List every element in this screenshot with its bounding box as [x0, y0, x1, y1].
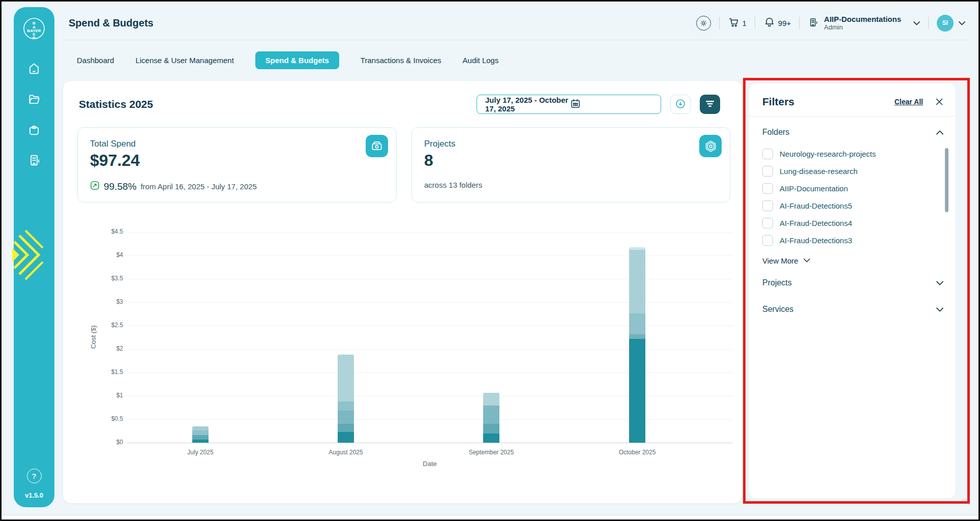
bar-segment-september-2025[interactable]	[483, 406, 499, 424]
filters-panel: Filters Clear All Folders Neurology-rese…	[749, 83, 956, 499]
bar-segment-july-2025[interactable]	[192, 435, 209, 439]
checkbox[interactable]	[762, 183, 773, 194]
org-selector[interactable]: AIIP-Documentations Admin	[808, 15, 920, 31]
bar-segment-september-2025[interactable]	[483, 424, 499, 433]
filter-item-label: Lung-disease-research	[780, 167, 857, 176]
bar-segment-july-2025[interactable]	[192, 430, 209, 435]
y-tick-label: $3	[78, 298, 123, 305]
gear-icon	[696, 16, 711, 31]
divider	[799, 17, 799, 29]
chevron-down-icon	[913, 19, 920, 27]
close-icon[interactable]	[934, 97, 944, 107]
filter-item-ai-fraud-detections3[interactable]: AI-Fraud-Detections3	[762, 231, 943, 249]
bar-segment-september-2025[interactable]	[483, 393, 499, 406]
divider	[719, 17, 720, 29]
building-icon[interactable]	[27, 154, 41, 167]
bar-segment-september-2025[interactable]	[483, 433, 499, 443]
chevron-decoration	[12, 226, 44, 283]
y-tick-label: $0.5	[78, 415, 123, 422]
page-title: Spend & Budgets	[69, 17, 696, 29]
x-tick-label: September 2025	[451, 449, 532, 456]
home-icon[interactable]	[27, 62, 41, 75]
header-divider	[62, 40, 968, 40]
sidebar: BAYER B A E R	[14, 7, 54, 507]
scrollbar-thumb[interactable]	[945, 148, 948, 212]
notifications-button[interactable]: 99+	[763, 16, 791, 30]
bar-segment-august-2025[interactable]	[338, 411, 354, 424]
bar-segment-october-2025[interactable]	[629, 334, 645, 338]
bar-segment-october-2025[interactable]	[629, 247, 645, 250]
notification-count: 99+	[778, 19, 791, 27]
checkbox[interactable]	[762, 218, 773, 228]
x-axis-line	[127, 443, 733, 443]
bayer-logo: BAYER B A E R	[22, 16, 46, 43]
bar-segment-august-2025[interactable]	[338, 424, 354, 432]
bar-segment-october-2025[interactable]	[629, 313, 645, 334]
cart-icon	[728, 16, 740, 30]
chevron-down-icon	[959, 19, 965, 27]
filter-item-ai-fraud-detections4[interactable]: AI-Fraud-Detections4	[762, 214, 943, 231]
folder-icon[interactable]	[27, 93, 41, 106]
tab-bar: DashboardLicense & User ManagementSpend …	[77, 49, 498, 71]
filters-section-folders[interactable]: Folders	[762, 125, 943, 140]
y-tick-label: $0	[78, 439, 123, 446]
chevron-down-icon	[936, 278, 943, 287]
filter-item-label: AI-Fraud-Detections5	[780, 201, 852, 210]
footer-strip	[2, 515, 978, 519]
tab-dashboard[interactable]: Dashboard	[77, 51, 114, 69]
sidebar-nav	[27, 62, 41, 167]
org-name: AIIP-Documentations	[824, 15, 901, 23]
help-icon[interactable]: ?	[27, 469, 42, 483]
cart-count: 1	[743, 19, 747, 27]
filter-item-label: Neurology-research-projects	[780, 150, 876, 158]
x-tick-label: October 2025	[597, 449, 678, 456]
avatar: SI	[937, 15, 954, 32]
filter-item-lung-disease-research[interactable]: Lung-disease-research	[762, 162, 943, 180]
bar-segment-october-2025[interactable]	[629, 250, 645, 313]
svg-text:A: A	[33, 25, 36, 30]
settings-button[interactable]	[696, 16, 711, 31]
tab-transactions-invoices[interactable]: Transactions & Invoices	[361, 51, 441, 69]
tab-license-user-management[interactable]: License & User Management	[135, 51, 233, 69]
checkbox[interactable]	[762, 200, 773, 211]
view-more-button[interactable]: View More	[762, 254, 943, 267]
filters-section-projects[interactable]: Projects	[762, 275, 943, 291]
org-role: Admin	[824, 23, 901, 31]
x-tick-label: July 2025	[160, 449, 241, 456]
y-tick-label: $4	[78, 251, 123, 258]
section-label: Projects	[762, 278, 936, 287]
filters-section-services[interactable]: Services	[762, 302, 943, 317]
checkbox[interactable]	[762, 149, 773, 159]
bar-segment-july-2025[interactable]	[192, 440, 209, 443]
filter-item-aiip-documentation[interactable]: AIIP-Documentation	[762, 180, 943, 197]
filter-item-label: AIIP-Documentation	[780, 184, 848, 193]
y-tick-label: $2.5	[78, 322, 123, 329]
bar-segment-october-2025[interactable]	[629, 339, 645, 443]
folder-checkbox-list: Neurology-research-projectsLung-disease-…	[762, 145, 943, 249]
bar-segment-august-2025[interactable]	[338, 432, 354, 443]
gridline	[127, 232, 733, 233]
svg-text:R: R	[33, 36, 36, 40]
filter-item-label: AI-Fraud-Detections4	[780, 219, 852, 227]
y-tick-label: $2	[78, 345, 123, 352]
org-building-icon	[808, 17, 819, 30]
app-window: BAYER B A E R	[0, 0, 980, 521]
bar-segment-august-2025[interactable]	[338, 355, 354, 401]
section-label: Services	[762, 305, 936, 314]
filter-item-ai-fraud-detections5[interactable]: AI-Fraud-Detections5	[762, 197, 943, 214]
app-version: v1.5.0	[25, 491, 43, 499]
checkbox[interactable]	[762, 166, 773, 177]
checkbox[interactable]	[762, 235, 773, 246]
tab-audit-logs[interactable]: Audit Logs	[463, 51, 499, 69]
x-axis-label: Date	[394, 460, 465, 468]
user-menu[interactable]: SI	[937, 15, 965, 32]
tab-spend-budgets[interactable]: Spend & Budgets	[255, 51, 339, 69]
filter-item-neurology-research-projects[interactable]: Neurology-research-projects	[762, 145, 943, 162]
spend-chart: Cost ($) Date $0$0.5$1$1.5$2$2.5$3$3.5$4…	[63, 81, 742, 503]
clear-all-button[interactable]: Clear All	[892, 97, 926, 106]
bag-icon[interactable]	[27, 123, 41, 136]
bar-segment-august-2025[interactable]	[338, 401, 354, 410]
bell-icon	[763, 16, 776, 30]
bar-segment-july-2025[interactable]	[192, 426, 209, 430]
cart-button[interactable]: 1	[728, 16, 747, 30]
